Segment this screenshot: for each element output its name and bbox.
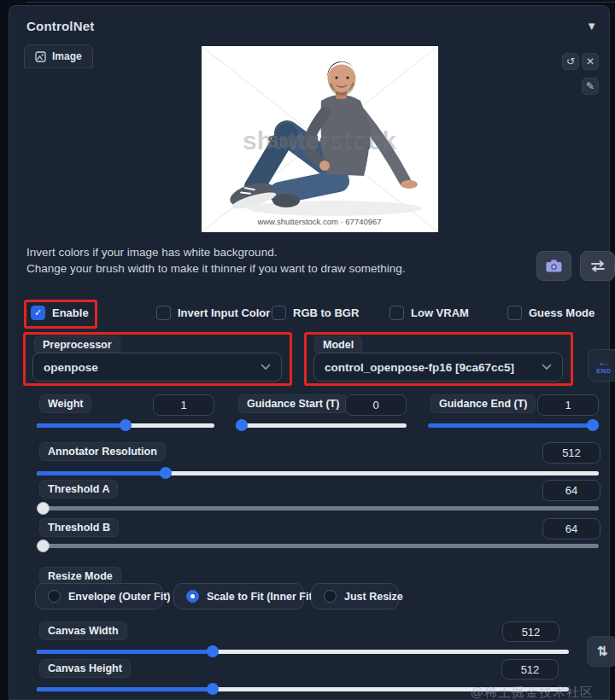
guidance-end-slider[interactable] (428, 419, 599, 431)
slider-thumb[interactable] (37, 502, 50, 515)
radio-label: Scale to Fit (Inner Fit) (207, 591, 316, 603)
guidance-start-label: Guidance Start (T) (238, 394, 348, 413)
slider-thumb[interactable] (160, 467, 172, 479)
swap-vertical-icon: ⇅ (597, 644, 608, 659)
radio-label: Envelope (Outer Fit) (68, 591, 170, 603)
checkbox-guess-mode[interactable]: ✓ Guess Mode (507, 306, 594, 320)
slider-thumb[interactable] (120, 419, 132, 431)
checkbox-enable-label: Enable (52, 306, 89, 319)
threshold-a-slider[interactable] (37, 502, 599, 514)
end-button-label: END (596, 367, 611, 375)
check-icon: ✓ (160, 307, 167, 318)
chevron-down-icon (542, 362, 552, 372)
edit-brush-button[interactable]: ✎ (582, 78, 599, 95)
radio-just-resize[interactable]: Just Resize (311, 583, 399, 610)
check-icon: ✓ (275, 307, 283, 318)
start-drawing-overlay: Start drawing (267, 132, 371, 150)
guidance-start-slider[interactable] (236, 419, 407, 431)
controlnet-panel-screen: ControlNet ▼ Image (0, 0, 615, 700)
canvas-width-value[interactable]: 512 (502, 621, 559, 642)
annotator-resolution-value[interactable]: 512 (542, 442, 600, 464)
checkbox-invert-input-color[interactable]: ✓ Invert Input Color (156, 306, 270, 320)
model-value: control_openpose-fp16 [9ca67cc5] (325, 361, 542, 374)
webcam-button[interactable] (536, 251, 571, 281)
threshold-a-value[interactable]: 64 (542, 480, 600, 501)
arrow-left-icon: ← (598, 356, 611, 367)
weight-slider[interactable] (37, 419, 214, 431)
radio-envelope-outer-fit[interactable]: Envelope (Outer Fit) (35, 583, 163, 610)
check-icon: ✓ (393, 307, 401, 318)
canvas-width-slider[interactable] (37, 645, 569, 657)
weight-label: Weight (39, 394, 91, 413)
radio-icon (324, 590, 337, 603)
radio-scale-to-fit-inner-fit[interactable]: Scale to Fit (Inner Fit) (173, 583, 304, 610)
checkbox-enable-box: ✓ (31, 306, 45, 320)
radio-icon (186, 590, 199, 603)
preprocessor-label: Preprocessor (34, 335, 120, 354)
edit-icon: ✎ (586, 80, 594, 92)
check-icon: ✓ (34, 307, 42, 318)
close-icon: ✕ (586, 55, 594, 67)
undo-icon: ↺ (566, 55, 575, 67)
checkbox-low-vram[interactable]: ✓ Low VRAM (390, 306, 469, 320)
canvas-height-label: Canvas Height (39, 659, 131, 678)
checkbox-box: ✓ (507, 306, 522, 320)
checkbox-label: Invert Input Color (178, 306, 270, 319)
swap-dimensions-button[interactable]: ⇅ (587, 636, 615, 667)
controlnet-accordion: ControlNet ▼ Image (9, 5, 610, 700)
collapse-chevron-icon[interactable]: ▼ (586, 20, 597, 32)
canvas-height-slider[interactable] (37, 683, 569, 695)
checkbox-enable[interactable]: ✓ Enable (31, 306, 89, 320)
divider (26, 2, 615, 3)
threshold-b-label: Threshold B (39, 518, 119, 537)
slider-thumb[interactable] (207, 683, 219, 695)
chevron-down-icon (261, 362, 271, 372)
threshold-b-slider[interactable] (37, 540, 599, 551)
checkbox-rgb-to-bgr[interactable]: ✓ RGB to BGR (272, 306, 359, 320)
model-select[interactable]: control_openpose-fp16 [9ca67cc5] (313, 353, 563, 382)
guidance-start-value[interactable]: 0 (345, 394, 407, 416)
radio-icon (48, 590, 61, 603)
checkbox-label: RGB to BGR (293, 306, 359, 319)
check-icon: ✓ (511, 307, 518, 318)
threshold-b-value[interactable]: 64 (542, 518, 600, 540)
checkbox-box: ✓ (272, 306, 286, 320)
radio-label: Just Resize (344, 591, 403, 603)
canvas-width-label: Canvas Width (39, 621, 127, 640)
annotator-resolution-slider[interactable] (37, 467, 599, 479)
clear-image-button[interactable]: ✕ (582, 53, 599, 70)
stock-caption: www.shutterstock.com · 67740967 (256, 217, 381, 226)
input-image-canvas[interactable]: shutterstock Start drawing www.shutterst… (202, 46, 438, 232)
image-icon (35, 51, 46, 62)
slider-thumb[interactable] (207, 645, 219, 657)
undo-button[interactable]: ↺ (562, 53, 579, 70)
swap-horizontal-icon (590, 260, 606, 273)
photo-person-figure: shutterstock Start drawing www.shutterst… (202, 46, 438, 232)
preprocessor-select[interactable]: openpose (32, 353, 282, 382)
camera-icon (546, 260, 562, 272)
annotator-resolution-label: Annotator Resolution (39, 442, 166, 461)
slider-thumb[interactable] (37, 540, 50, 552)
guidance-end-value[interactable]: 1 (537, 394, 599, 416)
panel-title: ControlNet (26, 19, 95, 33)
checkbox-box: ✓ (156, 306, 171, 320)
slider-thumb[interactable] (587, 419, 599, 431)
preprocessor-value: openpose (44, 361, 261, 374)
instructions-line1: Invert colors if your image has white ba… (26, 244, 513, 260)
guidance-end-label: Guidance End (T) (430, 394, 536, 413)
model-label: Model (314, 335, 362, 354)
checkbox-box: ✓ (390, 306, 404, 320)
canvas-height-value[interactable]: 512 (501, 659, 559, 680)
slider-thumb[interactable] (236, 419, 248, 431)
instructions-text: Invert colors if your image has white ba… (26, 244, 513, 277)
instructions-line2: Change your brush width to make it thinn… (26, 260, 513, 277)
threshold-a-label: Threshold A (39, 480, 118, 499)
tab-image[interactable]: Image (24, 44, 93, 68)
swap-horizontal-button[interactable] (580, 251, 615, 281)
checkbox-label: Low VRAM (411, 306, 469, 319)
tab-image-label: Image (52, 50, 82, 62)
checkbox-label: Guess Mode (529, 306, 594, 319)
weight-value[interactable]: 1 (153, 394, 214, 416)
end-button[interactable]: ← END (588, 349, 615, 382)
